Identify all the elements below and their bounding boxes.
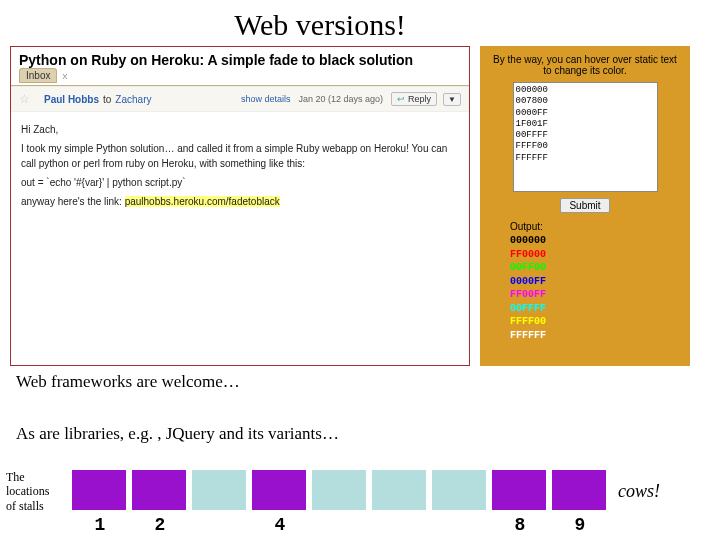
star-icon[interactable]: ☆ bbox=[19, 92, 30, 106]
stall-7 bbox=[432, 470, 486, 510]
tab-close-x[interactable]: X bbox=[62, 72, 67, 81]
output-row: FF0000 bbox=[510, 248, 684, 262]
show-details-link[interactable]: show details bbox=[241, 94, 291, 104]
stall-5 bbox=[312, 470, 366, 510]
email-recipient[interactable]: Zachary bbox=[115, 94, 151, 105]
list-item[interactable]: 0000FF bbox=[516, 108, 655, 119]
email-card: Python on Ruby on Heroku: A simple fade … bbox=[10, 46, 470, 366]
num-9: 9 bbox=[550, 515, 610, 535]
stalls-label: The locations of stalls bbox=[6, 470, 66, 513]
list-item[interactable]: 00FFFF bbox=[516, 130, 655, 141]
output-row: FF00FF bbox=[510, 288, 684, 302]
stalls-row: The locations of stalls cows! bbox=[0, 466, 720, 513]
submit-button[interactable]: Submit bbox=[560, 198, 609, 213]
body-line-1: Web frameworks are welcome… bbox=[0, 370, 720, 394]
num-1: 1 bbox=[70, 515, 130, 535]
email-sender[interactable]: Paul Hobbs bbox=[44, 94, 99, 105]
stall-1 bbox=[72, 470, 126, 510]
email-para-2: anyway here's the link: paulhobbs.heroku… bbox=[21, 194, 459, 209]
reply-arrow-icon: ↩ bbox=[397, 94, 405, 104]
stall-9 bbox=[552, 470, 606, 510]
body-line-2: As are libraries, e.g. , JQuery and its … bbox=[0, 422, 720, 446]
reply-label: Reply bbox=[408, 94, 431, 104]
color-listbox[interactable]: 000000 007800 0000FF 1F001F 00FFFF FFFF0… bbox=[513, 82, 658, 192]
to-label: to bbox=[103, 94, 111, 105]
output-row: 00FF00 bbox=[510, 261, 684, 275]
output-row: 00FFFF bbox=[510, 302, 684, 316]
num-8: 8 bbox=[490, 515, 550, 535]
email-header: ☆ Paul Hobbs to Zachary show details Jan… bbox=[11, 86, 469, 112]
stall-8 bbox=[492, 470, 546, 510]
num-4: 4 bbox=[250, 515, 310, 535]
num-2: 2 bbox=[130, 515, 190, 535]
output-list: 000000 FF0000 00FF00 0000FF FF00FF 00FFF… bbox=[510, 234, 684, 342]
reply-button[interactable]: ↩ Reply bbox=[391, 92, 437, 106]
email-para-1: I took my simple Python solution… and ca… bbox=[21, 141, 459, 171]
stall-2 bbox=[132, 470, 186, 510]
list-item[interactable]: FFFFFF bbox=[516, 153, 655, 164]
email-body: Hi Zach, I took my simple Python solutio… bbox=[11, 112, 469, 221]
list-item[interactable]: 000000 bbox=[516, 85, 655, 96]
inbox-tab[interactable]: Inbox bbox=[19, 68, 57, 83]
email-date: Jan 20 (12 days ago) bbox=[299, 94, 384, 104]
stall-numbers: 1 2 4 8 9 bbox=[0, 513, 720, 535]
email-subject: Python on Ruby on Heroku: A simple fade … bbox=[11, 47, 469, 70]
output-row: 000000 bbox=[510, 234, 684, 248]
stall-3 bbox=[192, 470, 246, 510]
output-label: Output: bbox=[510, 221, 684, 232]
reply-dropdown[interactable]: ▼ bbox=[443, 93, 461, 106]
hover-hint: By the way, you can hover over static te… bbox=[486, 52, 684, 78]
email-link[interactable]: paulhobbs.heroku.com/fadetoblack bbox=[125, 196, 280, 207]
color-panel: By the way, you can hover over static te… bbox=[480, 46, 690, 366]
stall-6 bbox=[372, 470, 426, 510]
cows-label: cows! bbox=[618, 481, 660, 502]
email-tabs: Inbox X bbox=[11, 70, 469, 85]
output-row: FFFF00 bbox=[510, 315, 684, 329]
footnote: This week: HMTL 5 canvas objects bbox=[0, 535, 720, 540]
email-code: out = `echo '#{var}' | python script.py` bbox=[21, 175, 459, 190]
page-title: Web versions! bbox=[0, 0, 720, 46]
list-item[interactable]: 1F001F bbox=[516, 119, 655, 130]
output-row: 0000FF bbox=[510, 275, 684, 289]
list-item[interactable]: 007800 bbox=[516, 96, 655, 107]
output-row: FFFFFF bbox=[510, 329, 684, 343]
stall-4 bbox=[252, 470, 306, 510]
email-greeting: Hi Zach, bbox=[21, 122, 459, 137]
list-item[interactable]: FFFF00 bbox=[516, 141, 655, 152]
